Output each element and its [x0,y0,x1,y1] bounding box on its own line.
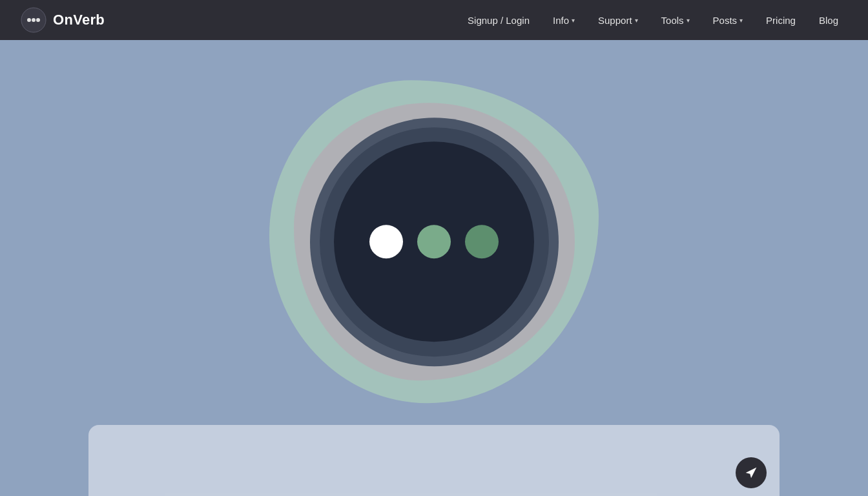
send-icon [745,466,758,479]
support-chevron-icon: ▾ [635,17,638,24]
circle-main [334,141,534,342]
nav-item-posts[interactable]: Posts ▾ [704,10,752,31]
dot-green-dark [465,225,499,258]
nav-item-tools[interactable]: Tools ▾ [652,10,699,31]
send-button[interactable] [736,457,767,488]
svg-point-3 [36,18,40,22]
navbar: OnVerb Signup / Login Info ▾ Support ▾ T… [0,0,868,40]
navbar-nav: Signup / Login Info ▾ Support ▾ Tools ▾ … [459,10,847,31]
logo-icon [21,7,46,33]
nav-item-blog[interactable]: Blog [810,10,847,31]
nav-item-info[interactable]: Info ▾ [544,10,584,31]
dot-green-light [417,225,451,258]
nav-item-pricing[interactable]: Pricing [757,10,805,31]
main-content [0,40,868,496]
dot-white [369,225,403,258]
info-chevron-icon: ▾ [572,17,575,24]
bottom-card [88,425,780,496]
logo-text: OnVerb [53,12,105,28]
svg-point-1 [27,18,31,22]
nav-item-signup-login[interactable]: Signup / Login [459,10,539,31]
tools-chevron-icon: ▾ [687,17,690,24]
orb-container [269,77,599,406]
logo-link[interactable]: OnVerb [21,7,105,33]
nav-item-support[interactable]: Support ▾ [589,10,647,31]
posts-chevron-icon: ▾ [739,17,743,24]
svg-point-2 [32,18,36,22]
